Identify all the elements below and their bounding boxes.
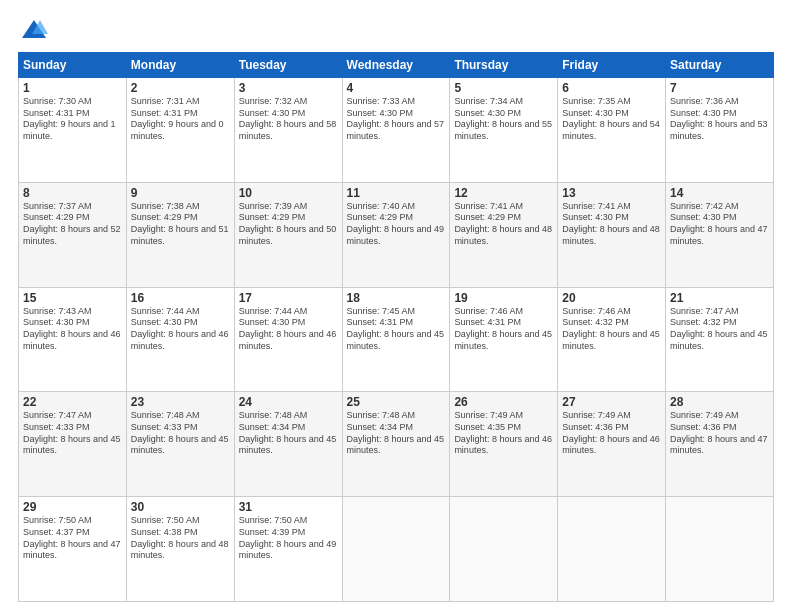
day-info: Sunrise: 7:41 AM Sunset: 4:29 PM Dayligh… — [454, 201, 553, 248]
calendar-table: SundayMondayTuesdayWednesdayThursdayFrid… — [18, 52, 774, 602]
day-cell-14: 14 Sunrise: 7:42 AM Sunset: 4:30 PM Dayl… — [666, 182, 774, 287]
weekday-tuesday: Tuesday — [234, 53, 342, 78]
day-cell-10: 10 Sunrise: 7:39 AM Sunset: 4:29 PM Dayl… — [234, 182, 342, 287]
day-cell-22: 22 Sunrise: 7:47 AM Sunset: 4:33 PM Dayl… — [19, 392, 127, 497]
week-row-2: 8 Sunrise: 7:37 AM Sunset: 4:29 PM Dayli… — [19, 182, 774, 287]
day-info: Sunrise: 7:47 AM Sunset: 4:33 PM Dayligh… — [23, 410, 122, 457]
day-info: Sunrise: 7:44 AM Sunset: 4:30 PM Dayligh… — [131, 306, 230, 353]
day-number: 8 — [23, 186, 122, 200]
day-info: Sunrise: 7:49 AM Sunset: 4:36 PM Dayligh… — [562, 410, 661, 457]
day-number: 31 — [239, 500, 338, 514]
day-cell-7: 7 Sunrise: 7:36 AM Sunset: 4:30 PM Dayli… — [666, 78, 774, 183]
day-number: 29 — [23, 500, 122, 514]
day-number: 23 — [131, 395, 230, 409]
day-info: Sunrise: 7:32 AM Sunset: 4:30 PM Dayligh… — [239, 96, 338, 143]
day-info: Sunrise: 7:39 AM Sunset: 4:29 PM Dayligh… — [239, 201, 338, 248]
day-number: 5 — [454, 81, 553, 95]
day-info: Sunrise: 7:33 AM Sunset: 4:30 PM Dayligh… — [347, 96, 446, 143]
empty-cell — [450, 497, 558, 602]
day-info: Sunrise: 7:46 AM Sunset: 4:31 PM Dayligh… — [454, 306, 553, 353]
day-number: 26 — [454, 395, 553, 409]
day-cell-26: 26 Sunrise: 7:49 AM Sunset: 4:35 PM Dayl… — [450, 392, 558, 497]
day-number: 2 — [131, 81, 230, 95]
empty-cell — [342, 497, 450, 602]
weekday-sunday: Sunday — [19, 53, 127, 78]
day-info: Sunrise: 7:41 AM Sunset: 4:30 PM Dayligh… — [562, 201, 661, 248]
day-cell-31: 31 Sunrise: 7:50 AM Sunset: 4:39 PM Dayl… — [234, 497, 342, 602]
empty-cell — [558, 497, 666, 602]
day-cell-24: 24 Sunrise: 7:48 AM Sunset: 4:34 PM Dayl… — [234, 392, 342, 497]
day-number: 27 — [562, 395, 661, 409]
week-row-5: 29 Sunrise: 7:50 AM Sunset: 4:37 PM Dayl… — [19, 497, 774, 602]
weekday-monday: Monday — [126, 53, 234, 78]
day-number: 20 — [562, 291, 661, 305]
day-number: 3 — [239, 81, 338, 95]
day-cell-15: 15 Sunrise: 7:43 AM Sunset: 4:30 PM Dayl… — [19, 287, 127, 392]
day-info: Sunrise: 7:38 AM Sunset: 4:29 PM Dayligh… — [131, 201, 230, 248]
day-number: 14 — [670, 186, 769, 200]
day-info: Sunrise: 7:50 AM Sunset: 4:37 PM Dayligh… — [23, 515, 122, 562]
day-number: 15 — [23, 291, 122, 305]
week-row-1: 1 Sunrise: 7:30 AM Sunset: 4:31 PM Dayli… — [19, 78, 774, 183]
day-info: Sunrise: 7:49 AM Sunset: 4:35 PM Dayligh… — [454, 410, 553, 457]
day-cell-8: 8 Sunrise: 7:37 AM Sunset: 4:29 PM Dayli… — [19, 182, 127, 287]
day-info: Sunrise: 7:36 AM Sunset: 4:30 PM Dayligh… — [670, 96, 769, 143]
day-info: Sunrise: 7:35 AM Sunset: 4:30 PM Dayligh… — [562, 96, 661, 143]
day-cell-30: 30 Sunrise: 7:50 AM Sunset: 4:38 PM Dayl… — [126, 497, 234, 602]
day-cell-5: 5 Sunrise: 7:34 AM Sunset: 4:30 PM Dayli… — [450, 78, 558, 183]
day-number: 9 — [131, 186, 230, 200]
day-info: Sunrise: 7:37 AM Sunset: 4:29 PM Dayligh… — [23, 201, 122, 248]
day-cell-2: 2 Sunrise: 7:31 AM Sunset: 4:31 PM Dayli… — [126, 78, 234, 183]
day-cell-21: 21 Sunrise: 7:47 AM Sunset: 4:32 PM Dayl… — [666, 287, 774, 392]
weekday-saturday: Saturday — [666, 53, 774, 78]
day-info: Sunrise: 7:50 AM Sunset: 4:39 PM Dayligh… — [239, 515, 338, 562]
week-row-3: 15 Sunrise: 7:43 AM Sunset: 4:30 PM Dayl… — [19, 287, 774, 392]
day-cell-18: 18 Sunrise: 7:45 AM Sunset: 4:31 PM Dayl… — [342, 287, 450, 392]
day-info: Sunrise: 7:44 AM Sunset: 4:30 PM Dayligh… — [239, 306, 338, 353]
day-cell-25: 25 Sunrise: 7:48 AM Sunset: 4:34 PM Dayl… — [342, 392, 450, 497]
day-info: Sunrise: 7:42 AM Sunset: 4:30 PM Dayligh… — [670, 201, 769, 248]
day-number: 18 — [347, 291, 446, 305]
day-info: Sunrise: 7:40 AM Sunset: 4:29 PM Dayligh… — [347, 201, 446, 248]
day-cell-11: 11 Sunrise: 7:40 AM Sunset: 4:29 PM Dayl… — [342, 182, 450, 287]
day-info: Sunrise: 7:48 AM Sunset: 4:34 PM Dayligh… — [239, 410, 338, 457]
day-cell-6: 6 Sunrise: 7:35 AM Sunset: 4:30 PM Dayli… — [558, 78, 666, 183]
day-cell-20: 20 Sunrise: 7:46 AM Sunset: 4:32 PM Dayl… — [558, 287, 666, 392]
day-cell-23: 23 Sunrise: 7:48 AM Sunset: 4:33 PM Dayl… — [126, 392, 234, 497]
day-number: 1 — [23, 81, 122, 95]
day-info: Sunrise: 7:50 AM Sunset: 4:38 PM Dayligh… — [131, 515, 230, 562]
day-number: 13 — [562, 186, 661, 200]
day-info: Sunrise: 7:45 AM Sunset: 4:31 PM Dayligh… — [347, 306, 446, 353]
day-info: Sunrise: 7:43 AM Sunset: 4:30 PM Dayligh… — [23, 306, 122, 353]
day-info: Sunrise: 7:47 AM Sunset: 4:32 PM Dayligh… — [670, 306, 769, 353]
header — [18, 16, 774, 44]
week-row-4: 22 Sunrise: 7:47 AM Sunset: 4:33 PM Dayl… — [19, 392, 774, 497]
day-number: 24 — [239, 395, 338, 409]
day-cell-9: 9 Sunrise: 7:38 AM Sunset: 4:29 PM Dayli… — [126, 182, 234, 287]
day-cell-27: 27 Sunrise: 7:49 AM Sunset: 4:36 PM Dayl… — [558, 392, 666, 497]
day-info: Sunrise: 7:30 AM Sunset: 4:31 PM Dayligh… — [23, 96, 122, 143]
weekday-thursday: Thursday — [450, 53, 558, 78]
weekday-friday: Friday — [558, 53, 666, 78]
day-number: 28 — [670, 395, 769, 409]
day-cell-3: 3 Sunrise: 7:32 AM Sunset: 4:30 PM Dayli… — [234, 78, 342, 183]
page: SundayMondayTuesdayWednesdayThursdayFrid… — [0, 0, 792, 612]
day-number: 30 — [131, 500, 230, 514]
day-cell-19: 19 Sunrise: 7:46 AM Sunset: 4:31 PM Dayl… — [450, 287, 558, 392]
day-info: Sunrise: 7:48 AM Sunset: 4:34 PM Dayligh… — [347, 410, 446, 457]
day-number: 12 — [454, 186, 553, 200]
logo-area — [18, 16, 48, 44]
day-number: 16 — [131, 291, 230, 305]
day-number: 21 — [670, 291, 769, 305]
day-number: 11 — [347, 186, 446, 200]
logo-icon — [20, 16, 48, 44]
day-cell-4: 4 Sunrise: 7:33 AM Sunset: 4:30 PM Dayli… — [342, 78, 450, 183]
day-cell-28: 28 Sunrise: 7:49 AM Sunset: 4:36 PM Dayl… — [666, 392, 774, 497]
day-number: 25 — [347, 395, 446, 409]
day-number: 7 — [670, 81, 769, 95]
day-number: 4 — [347, 81, 446, 95]
day-number: 17 — [239, 291, 338, 305]
day-info: Sunrise: 7:46 AM Sunset: 4:32 PM Dayligh… — [562, 306, 661, 353]
day-cell-1: 1 Sunrise: 7:30 AM Sunset: 4:31 PM Dayli… — [19, 78, 127, 183]
day-info: Sunrise: 7:49 AM Sunset: 4:36 PM Dayligh… — [670, 410, 769, 457]
